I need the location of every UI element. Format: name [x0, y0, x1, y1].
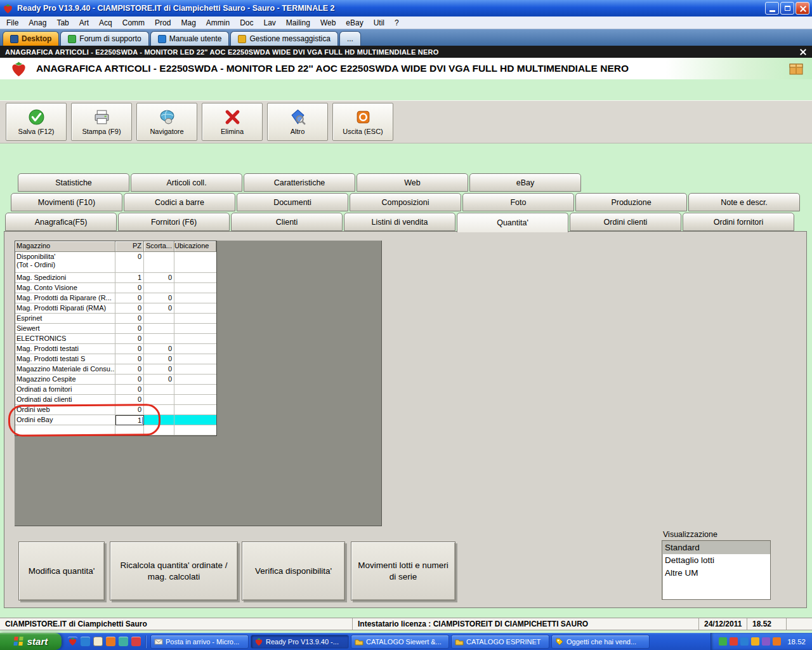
tab-composizioni[interactable]: Composizioni	[350, 193, 461, 211]
option-altre-um[interactable]: Altre UM	[662, 567, 770, 580]
table-row[interactable]: Siewert 0	[15, 324, 216, 334]
task-ready-pro[interactable]: Ready Pro V13.9.40 -...	[251, 635, 349, 649]
tray-icon-antivirus[interactable]	[719, 637, 727, 646]
menu-art[interactable]: Art	[74, 18, 94, 28]
table-row[interactable]: Mag. Prodotti da Riparare (R... 0 0	[15, 293, 216, 303]
tab-clienti[interactable]: Clienti	[231, 213, 343, 231]
maximize-button[interactable]	[780, 2, 794, 15]
table-row-disponibilita[interactable]: Disponibilita'(Tot - Ordini) 0	[15, 252, 216, 273]
column-ubicazione[interactable]: Ubicazione	[174, 241, 216, 252]
folder-icon	[455, 637, 464, 646]
menu-web[interactable]: Web	[315, 18, 341, 28]
close-button[interactable]	[796, 2, 809, 15]
tab-ordini-fornitori[interactable]: Ordini fornitori	[683, 213, 794, 231]
menu-comm[interactable]: Comm	[117, 18, 150, 28]
tab-more[interactable]: ...	[339, 31, 361, 46]
menu-acq[interactable]: Acq	[94, 18, 117, 28]
menu-mailing[interactable]: Mailing	[281, 18, 315, 28]
tab-anagrafica[interactable]: Anagrafica(F5)	[5, 213, 117, 231]
ricalcola-quantita-button[interactable]: Ricalcola quantita' ordinate / mag. calc…	[110, 541, 238, 600]
menu-tab[interactable]: Tab	[51, 18, 74, 28]
quick-launch-app-icon[interactable]	[131, 637, 141, 646]
tab-web[interactable]: Web	[357, 173, 468, 192]
uscita-button[interactable]: Uscita (ESC)	[332, 103, 393, 141]
table-row[interactable]: Mag. Prodotti testati 0 0	[15, 344, 216, 354]
elimina-button[interactable]: Elimina	[202, 103, 263, 141]
tray-clock[interactable]: 18.52	[787, 638, 806, 646]
desktop-icon	[10, 35, 18, 43]
column-pz[interactable]: PZ	[115, 241, 144, 252]
verifica-disponibilita-button[interactable]: Verifica disponibilita'	[242, 541, 345, 600]
salva-button[interactable]: Salva (F12)	[6, 103, 67, 141]
navigator-globe-icon	[159, 109, 176, 126]
package-icon[interactable]	[788, 60, 804, 77]
tab-statistiche[interactable]: Statistiche	[18, 173, 129, 192]
tab-documenti[interactable]: Documenti	[237, 193, 348, 211]
task-posta-in-arrivo[interactable]: Posta in arrivo - Micro...	[150, 635, 249, 649]
tab-caratteristiche[interactable]: Caratteristiche	[244, 173, 355, 192]
system-tray: 18.52	[710, 633, 812, 650]
tab-ebay[interactable]: eBay	[469, 173, 581, 192]
table-row[interactable]: Mag. Conto Visione 0	[15, 283, 216, 293]
quick-launch-mail-icon[interactable]	[93, 637, 103, 646]
table-row[interactable]: Esprinet 0	[15, 314, 216, 324]
table-row[interactable]: Magazzino Materiale di Consu... 0 0	[15, 364, 216, 375]
minimize-button[interactable]	[765, 2, 779, 15]
altro-button[interactable]: Altro	[267, 103, 328, 141]
save-check-icon	[28, 109, 45, 126]
option-dettaglio-lotti[interactable]: Dettaglio lotti	[662, 554, 770, 567]
menu-doc[interactable]: Doc	[235, 18, 258, 28]
navigatore-button[interactable]: Navigatore	[136, 103, 197, 141]
tab-fornitori[interactable]: Fornitori (F6)	[118, 213, 230, 231]
tray-icon-updates[interactable]	[751, 637, 759, 646]
menu-ebay[interactable]: eBay	[341, 18, 368, 28]
task-oggetti-venduti[interactable]: Oggetti che hai vend...	[551, 635, 650, 649]
tab-listini-di-vendita[interactable]: Listini di vendita	[344, 213, 455, 231]
tab-desktop[interactable]: Desktop	[3, 31, 59, 46]
menu-file[interactable]: File	[1, 18, 23, 28]
close-document-icon[interactable]	[799, 48, 807, 56]
table-row[interactable]: Mag. Prodotti Riparati (RMA) 0 0	[15, 303, 216, 314]
table-row[interactable]: ELECTRONICS 0	[15, 334, 216, 344]
task-catalogo-esprinet[interactable]: CATALOGO ESPRINET	[451, 635, 549, 649]
stampa-button[interactable]: Stampa (F9)	[71, 103, 132, 141]
menu-anag[interactable]: Anag	[23, 18, 51, 28]
column-magazzino[interactable]: Magazzino	[15, 241, 115, 252]
task-catalogo-siewert[interactable]: CATALOGO Siewert &...	[351, 635, 449, 649]
column-scorta[interactable]: Scorta...	[144, 241, 174, 252]
menu-mag[interactable]: Mag	[176, 18, 200, 28]
tab-movimenti[interactable]: Movimenti (F10)	[11, 193, 122, 211]
tab-ordini-clienti[interactable]: Ordini clienti	[570, 213, 681, 231]
tray-icon-volume[interactable]	[773, 637, 781, 646]
table-row[interactable]: Mag. Prodotti testati S 0 0	[15, 354, 216, 364]
table-row[interactable]: Mag. Spedizioni 1 0	[15, 273, 216, 283]
tab-produzione[interactable]: Produzione	[575, 193, 687, 211]
movimenti-lotti-button[interactable]: Movimenti lotti e numeri di serie	[351, 541, 455, 600]
option-standard[interactable]: Standard	[662, 541, 770, 554]
tab-foto[interactable]: Foto	[462, 193, 574, 211]
tab-note-e-descr[interactable]: Note e descr.	[688, 193, 800, 211]
table-row[interactable]: Ordinati dai clienti 0	[15, 395, 216, 405]
tray-icon-app[interactable]	[762, 637, 770, 646]
menu-help[interactable]: ?	[390, 18, 404, 28]
menu-prod[interactable]: Prod	[150, 18, 176, 28]
menu-util[interactable]: Util	[369, 18, 390, 28]
quick-launch-browser-icon[interactable]	[81, 637, 90, 646]
tab-forum-di-supporto[interactable]: Forum di supporto	[60, 31, 148, 46]
menu-lav[interactable]: Lav	[259, 18, 281, 28]
tab-manuale-utente[interactable]: Manuale utente	[150, 31, 230, 46]
table-row[interactable]: Ordinati a fornitori 0	[15, 385, 216, 395]
table-row[interactable]: Magazzino Cespite 0 0	[15, 375, 216, 385]
quick-launch-messenger-icon[interactable]	[119, 637, 128, 646]
tray-icon-alert[interactable]	[730, 637, 738, 646]
modifica-quantita-button[interactable]: Modifica quantita'	[18, 541, 105, 600]
start-button[interactable]: start	[0, 633, 62, 650]
tab-gestione-messaggistica[interactable]: Gestione messaggistica	[230, 31, 337, 46]
tab-quantita[interactable]: Quantita'	[457, 213, 568, 232]
quick-launch-strawberry-icon[interactable]	[68, 637, 77, 646]
tray-icon-network[interactable]	[740, 637, 749, 646]
quick-launch-media-icon[interactable]	[106, 637, 115, 646]
tab-articoli-coll[interactable]: Articoli coll.	[131, 173, 242, 192]
menu-ammin[interactable]: Ammin	[201, 18, 235, 28]
tab-codici-a-barre[interactable]: Codici a barre	[124, 193, 235, 211]
